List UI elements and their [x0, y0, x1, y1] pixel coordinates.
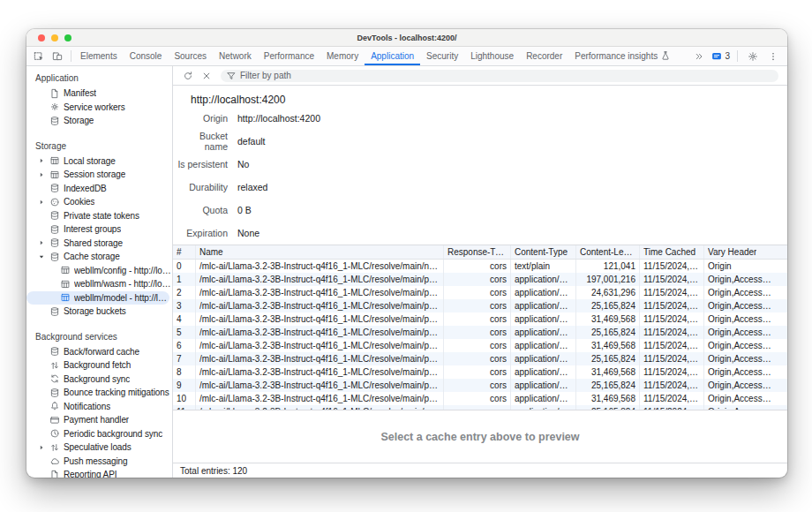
cell-time-cached: 11/15/2024, 10…: [640, 260, 704, 273]
device-toolbar-button[interactable]: [49, 49, 65, 64]
cell-time-cached: 11/15/2024, 10…: [640, 326, 704, 339]
delete-selected-button[interactable]: [199, 69, 214, 83]
col-[interactable]: #: [173, 245, 196, 259]
fetch-icon: [49, 442, 60, 453]
table-header-row: #NameResponse-TypeContent-TypeContent-Le…: [173, 245, 787, 260]
filter-input[interactable]: [240, 71, 773, 80]
triangle-right-icon[interactable]: [37, 444, 46, 451]
database-icon: [49, 183, 60, 193]
cache-entry-row[interactable]: 5/mlc-ai/Llama-3.2-3B-Instruct-q4f16_1-M…: [173, 326, 787, 339]
sidebar-item-interest-groups[interactable]: Interest groups: [26, 222, 172, 237]
cell-value: application/oc…: [515, 380, 572, 390]
cache-entry-row[interactable]: 8/mlc-ai/Llama-3.2-3B-Instruct-q4f16_1-M…: [173, 365, 787, 379]
triangle-right-icon[interactable]: [37, 199, 46, 206]
gear-icon: [748, 51, 758, 62]
cell-value: 31,469,568: [591, 314, 635, 324]
sidebar-item-indexeddb[interactable]: IndexedDB: [26, 182, 172, 196]
sidebar-item-speculative-loads[interactable]: Speculative loads: [26, 440, 172, 455]
sidebar-item-webllm-model-http-loc[interactable]: webllm/model - http://loc…: [26, 291, 169, 305]
cell-value: application/oc…: [515, 328, 572, 337]
cache-entry-row[interactable]: 2/mlc-ai/Llama-3.2-3B-Instruct-q4f16_1-M…: [173, 286, 787, 299]
sidebar-item-label: Speculative loads: [64, 442, 132, 452]
close-button[interactable]: [38, 34, 45, 41]
sidebar-item-private-state-tokens[interactable]: Private state tokens: [26, 209, 172, 223]
col-vary-header[interactable]: Vary Header: [704, 245, 787, 259]
tab-lighthouse[interactable]: Lighthouse: [464, 47, 520, 65]
col-time-cached[interactable]: Time Cached: [640, 245, 704, 259]
tab-elements[interactable]: Elements: [74, 47, 124, 65]
triangle-right-icon[interactable]: [37, 239, 46, 246]
issues-badge[interactable]: 3: [711, 51, 730, 62]
sidebar-item-bounce-tracking-mitigations[interactable]: Bounce tracking mitigations: [26, 386, 172, 400]
sidebar-item-cache-storage[interactable]: Cache storage: [26, 250, 172, 264]
sidebar-item-session-storage[interactable]: Session storage: [26, 168, 172, 182]
sidebar-item-back-forward-cache[interactable]: Back/forward cache: [26, 345, 172, 359]
database-icon: [49, 116, 60, 126]
tab-console[interactable]: Console: [124, 47, 169, 65]
cell-value: /mlc-ai/Llama-3.2-3B-Instruct-q4f16_1-ML…: [199, 275, 440, 284]
table-icon: [49, 155, 60, 166]
tab-performance[interactable]: Performance: [258, 47, 320, 65]
sidebar-item-shared-storage[interactable]: Shared storage: [26, 237, 172, 251]
inspect-element-button[interactable]: [31, 49, 47, 64]
sidebar-section-header: Application: [26, 68, 172, 87]
cache-entry-row[interactable]: 3/mlc-ai/Llama-3.2-3B-Instruct-q4f16_1-M…: [173, 299, 787, 312]
sidebar-item-storage-buckets[interactable]: Storage buckets: [26, 305, 172, 319]
sidebar-item-background-sync[interactable]: Background sync: [26, 373, 172, 387]
menu-button[interactable]: [765, 49, 781, 64]
tab-recorder[interactable]: Recorder: [520, 47, 568, 65]
sidebar-item-webllm-config-http-loc[interactable]: webllm/config - http://loc…: [26, 264, 172, 278]
sidebar-item-background-fetch[interactable]: Background fetch: [26, 358, 172, 373]
sidebar-item-reporting-api[interactable]: Reporting API: [26, 468, 172, 478]
cell-time-cached: 11/15/2024, 10…: [640, 379, 704, 392]
sidebar-item-notifications[interactable]: Notifications: [26, 400, 172, 414]
cache-entry-row[interactable]: 7/mlc-ai/Llama-3.2-3B-Instruct-q4f16_1-M…: [173, 352, 787, 365]
tab-sources[interactable]: Sources: [168, 47, 213, 65]
tab-memory[interactable]: Memory: [320, 47, 365, 65]
column-header-label: Vary Header: [708, 247, 756, 257]
metadata-row-expiration: ExpirationNone: [177, 222, 787, 245]
settings-button[interactable]: [745, 49, 761, 64]
cache-entry-row[interactable]: 10/mlc-ai/Llama-3.2-3B-Instruct-q4f16_1-…: [173, 392, 787, 405]
refresh-button[interactable]: [181, 69, 195, 83]
cookie-icon: [49, 197, 60, 207]
triangle-right-icon[interactable]: [37, 157, 46, 164]
tab-application[interactable]: Application: [365, 47, 420, 65]
column-header-label: Time Cached: [643, 247, 695, 257]
cache-entry-row[interactable]: 6/mlc-ai/Llama-3.2-3B-Instruct-q4f16_1-M…: [173, 339, 787, 352]
sidebar-item-payment-handler[interactable]: Payment handler: [26, 413, 172, 427]
cache-entry-row[interactable]: 4/mlc-ai/Llama-3.2-3B-Instruct-q4f16_1-M…: [173, 312, 787, 326]
sidebar-item-push-messaging[interactable]: Push messaging: [26, 455, 172, 469]
minimize-button[interactable]: [51, 34, 58, 41]
sidebar-item-service-workers[interactable]: Service workers: [26, 101, 172, 115]
tab-network[interactable]: Network: [213, 47, 258, 65]
triangle-down-icon[interactable]: [37, 253, 46, 260]
cell-value: 6: [177, 341, 182, 350]
sidebar-item-webllm-wasm-http-loca[interactable]: webllm/wasm - http://loca…: [26, 277, 172, 291]
col-name[interactable]: Name: [196, 245, 444, 259]
sidebar-item-storage[interactable]: Storage: [26, 114, 172, 128]
sidebar-section-header: Storage: [26, 136, 172, 154]
tab-performance-insights[interactable]: Performance insights: [568, 47, 677, 65]
sidebar-item-local-storage[interactable]: Local storage: [26, 154, 172, 169]
sidebar-item-cookies[interactable]: Cookies: [26, 195, 172, 209]
cache-entry-row[interactable]: 0/mlc-ai/Llama-3.2-3B-Instruct-q4f16_1-M…: [173, 260, 787, 273]
sidebar-item-manifest[interactable]: Manifest: [26, 87, 172, 101]
col-content-length[interactable]: Content-Length: [576, 245, 640, 259]
cell-: 1: [173, 273, 196, 286]
triangle-right-icon[interactable]: [37, 171, 46, 178]
tab-security[interactable]: Security: [420, 47, 464, 65]
cell-value: /mlc-ai/Llama-3.2-3B-Instruct-q4f16_1-ML…: [199, 288, 440, 297]
cell-name: /mlc-ai/Llama-3.2-3B-Instruct-q4f16_1-ML…: [196, 379, 444, 392]
cache-entry-row[interactable]: 1/mlc-ai/Llama-3.2-3B-Instruct-q4f16_1-M…: [173, 273, 787, 286]
devtools-tabbar: ElementsConsoleSourcesNetworkPerformance…: [26, 47, 787, 66]
sidebar-item-label: Background fetch: [64, 360, 131, 370]
sidebar-item-periodic-background-sync[interactable]: Periodic background sync: [26, 427, 172, 441]
zoom-button[interactable]: [64, 34, 71, 41]
cache-entry-row[interactable]: 9/mlc-ai/Llama-3.2-3B-Instruct-q4f16_1-M…: [173, 379, 787, 392]
more-tabs-button[interactable]: [691, 49, 707, 64]
cell-value: application/oc…: [515, 301, 572, 311]
sidebar-item-label: Session storage: [64, 169, 125, 179]
col-content-type[interactable]: Content-Type: [511, 245, 576, 259]
col-response-type[interactable]: Response-Type: [444, 245, 511, 259]
